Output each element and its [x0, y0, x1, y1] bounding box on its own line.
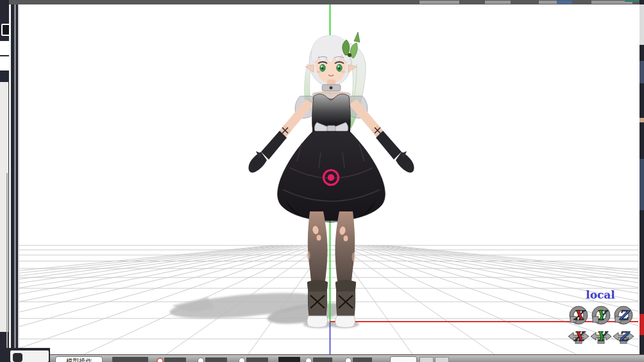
background-window-strip	[640, 0, 644, 362]
bar-radio-5[interactable]	[345, 358, 352, 362]
floor-grid	[19, 245, 638, 354]
bottom-left-icon[interactable]	[13, 353, 22, 362]
bar-radio-3-label	[246, 358, 268, 362]
move-y-local-button[interactable]: Y	[591, 329, 611, 344]
move-x-local-button[interactable]: X	[568, 329, 589, 344]
titlebar-fragment	[485, 1, 511, 4]
bar-button-2[interactable]	[419, 357, 434, 362]
titlebar-fragment-teal	[625, 0, 639, 2]
rotate-z-local-button[interactable]: Z	[614, 306, 632, 324]
titlebar-fragment	[419, 1, 459, 4]
bar-radio-1-label	[164, 358, 186, 362]
bar-radio-3[interactable]	[239, 358, 245, 362]
strip-segment	[640, 4, 644, 45]
bar-button-1[interactable]	[390, 356, 417, 362]
rotate-y-local-button[interactable]: Y	[592, 306, 610, 324]
strip-segment	[640, 118, 644, 122]
viewport-3d[interactable]: local X Y Z X	[19, 4, 638, 354]
left-side-panel	[0, 82, 8, 332]
titlebar-fragment-blue	[557, 1, 572, 4]
bar-radio-4[interactable]	[305, 358, 312, 362]
move-z-local-button[interactable]: Z	[613, 329, 634, 344]
title-bar	[9, 0, 644, 4]
bar-label	[112, 357, 148, 362]
bar-button-3[interactable]	[435, 357, 449, 362]
bone-operation-bar: 模型操作	[50, 354, 644, 362]
rotate-x-local-button[interactable]: X	[570, 306, 588, 324]
character-model[interactable]	[248, 32, 414, 327]
bar-radio-5-label	[353, 358, 372, 362]
vertical-slider[interactable]	[6, 173, 8, 362]
bar-radio-4-label	[313, 358, 332, 362]
bar-bold-label	[278, 357, 300, 362]
titlebar-fragment	[539, 1, 557, 4]
left-toolbar-button-1[interactable]	[0, 41, 9, 55]
left-toolbar-button-0[interactable]	[1, 24, 10, 36]
strip-segment	[640, 159, 644, 210]
bar-radio-2-label	[205, 358, 227, 362]
axis-mode-label: local	[586, 288, 615, 301]
strip-segment	[640, 61, 644, 83]
mmd-window: local X Y Z X	[0, 0, 644, 362]
bar-radio-2[interactable]	[198, 358, 204, 362]
left-toolbar-button-2[interactable]	[0, 56, 9, 70]
model-panel-button[interactable]: 模型操作	[55, 356, 103, 362]
strip-red-segment	[640, 314, 644, 335]
bar-radio-1[interactable]	[157, 358, 164, 362]
